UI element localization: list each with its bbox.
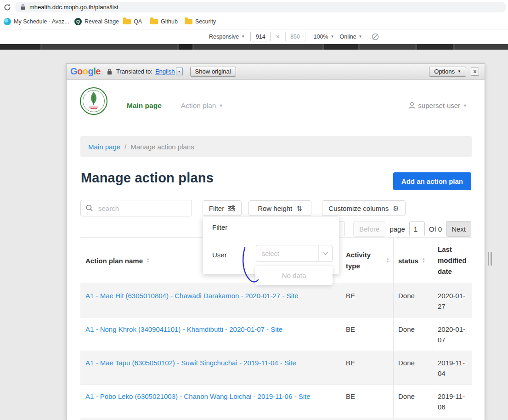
lock-icon [21,4,25,10]
activity-type-cell: BE [341,318,394,351]
bookmarks-bar: My Schedule - Avaz... Q Reveal Stage QA … [0,14,508,29]
google-translate-bar: Google Translated to: English ▼ Show ori… [67,64,485,79]
row-height-icon: ⇅ [296,205,302,212]
folder-icon [185,19,192,24]
bookmark-folder-github[interactable]: Github [150,18,178,25]
page-label: page [389,225,405,233]
caret-down-icon: ▼ [241,34,245,39]
user-menu[interactable]: superset-user ▼ [409,102,467,109]
url-text: mhealth.ddc.moph.go.th/plans/list [29,4,119,11]
nav-main-page[interactable]: Main page [127,102,162,110]
bookmark-folder-security[interactable]: Security [185,18,216,25]
modified-date-cell: 2019-11-06 [433,385,472,418]
table-row: A1 - Pobo Leko (6305021003) - Chanon Wan… [80,385,472,418]
status-cell: Done [394,351,433,384]
translated-to-label: Translated to: [116,68,152,75]
caret-down-icon: ▼ [463,103,467,108]
reveal-icon: Q [74,18,82,25]
person-icon [409,102,415,109]
nav-action-plan[interactable]: Action plan ▼ [181,102,223,110]
folder-icon [123,19,131,24]
bookmark-reveal-stage[interactable]: Q Reveal Stage [74,18,119,25]
breadcrumb-main-page[interactable]: Main page [88,143,120,151]
folder-icon [150,19,158,24]
status-cell: Done [394,284,433,317]
search-box [80,200,192,216]
modified-date-cell: 2020-01-27 [433,284,472,317]
filter-sliders-icon [228,205,235,211]
status-cell: Done [394,385,433,418]
device-frame-strip [0,44,508,50]
language-select[interactable]: English ▼ [155,68,183,75]
bookmark-folder-qa[interactable]: QA [123,18,142,25]
table-row: A1 - Mae Tapu (6305050102) - Suwit Singc… [80,351,472,385]
filter-panel-title: Filter [212,223,227,231]
caret-down-icon: ▼ [457,69,461,74]
page-number-input[interactable] [409,221,425,236]
activity-type-cell: BE [341,351,394,384]
filter-button[interactable]: Filter [203,200,242,216]
dimension-separator: × [276,34,279,40]
moph-logo [79,87,108,115]
devtools-workspace: Google Translated to: English ▼ Show ori… [0,50,508,420]
table-row: A1 - Nong Khrok (3409041101) - Khamdibut… [80,318,472,351]
bookmark-my-schedule[interactable]: My Schedule - Avaz... [4,18,69,25]
column-header-last-modified[interactable]: Last modified date [433,238,472,284]
action-plan-link[interactable]: A1 - Mae Tapu (6305050102) - Suwit Singc… [85,359,296,367]
breadcrumb-separator: / [124,143,126,151]
status-cell: Done [394,318,433,351]
browser-window: mhealth.ddc.moph.go.th/plans/list My Sch… [0,0,508,420]
sort-icon: ▲▼ [146,258,150,264]
zoom-select[interactable]: 100% ▼ [314,34,334,40]
before-page-button[interactable]: Before [353,221,385,237]
close-translate-button[interactable]: × [471,68,479,76]
gear-icon: ⚙ [393,205,399,212]
caret-down-icon: ▼ [359,34,362,39]
sort-icon: ▲▼ [386,258,389,264]
action-plan-link[interactable]: A1 - Mae Hit (6305010804) - Chawadi Dara… [85,292,299,300]
chevron-down-icon [318,245,332,261]
caret-down-icon: ▼ [331,34,334,39]
address-bar[interactable]: mhealth.ddc.moph.go.th/plans/list [15,2,506,12]
device-type-select[interactable]: Responsive ▼ [209,34,245,40]
modified-date-cell: 2019-11-04 [433,351,472,384]
column-header-activity-type[interactable]: Activity type ▲▼ [341,238,394,284]
caret-down-icon: ▼ [219,103,223,108]
user-select[interactable]: select [256,245,333,262]
next-page-button[interactable]: Next [446,221,471,237]
viewport-resize-handle[interactable] [488,252,492,266]
viewport-width-input[interactable] [250,32,271,41]
reload-button[interactable] [2,2,12,12]
reload-icon [3,3,11,11]
responsive-viewport: Google Translated to: English ▼ Show ori… [66,63,485,420]
browser-toolbar: mhealth.ddc.moph.go.th/plans/list [0,0,508,14]
network-throttle-select[interactable]: Online ▼ [339,34,362,40]
customize-columns-button[interactable]: Customize columns ⚙ [322,200,406,216]
search-icon [86,204,93,212]
table-row: A1 - Mae Hit (6305010804) - Chawadi Dara… [80,284,472,318]
action-plan-link[interactable]: A1 - Nong Khrok (3409041101) - Khamdibut… [85,325,282,333]
show-original-button[interactable]: Show original [190,67,236,77]
select-dropdown-no-data: No data [255,266,333,285]
rotate-viewport-button[interactable] [372,33,379,40]
table-row-partial [80,418,472,420]
breadcrumb-current: Manage action plans [130,143,194,151]
activity-type-cell: BE [341,385,394,418]
site-header: Main page Action plan ▼ superset-user ▼ [67,79,485,131]
row-height-button[interactable]: Row height ⇅ [248,200,311,216]
options-button[interactable]: Options ▼ [429,67,466,77]
add-action-plan-button[interactable]: Add an action plan [393,172,471,190]
column-header-status[interactable]: status ▲▼ [394,238,433,284]
page-title: Manage action plans [81,170,214,186]
devtools-device-toolbar: Responsive ▼ × 100% ▼ Online ▼ [0,29,508,44]
action-plan-link[interactable]: A1 - Pobo Leko (6305021003) - Chanon Wan… [85,392,310,400]
rotate-disabled-icon [372,33,379,40]
caret-down-icon: ▼ [176,68,183,75]
breadcrumb: Main page / Manage action plans [80,136,472,157]
activity-type-cell: BE [341,284,394,317]
filter-user-label: User [212,251,227,259]
google-logo: Google [70,66,101,77]
viewport-height-input[interactable] [285,32,305,41]
search-input[interactable] [80,200,192,216]
lock-icon [107,68,112,75]
